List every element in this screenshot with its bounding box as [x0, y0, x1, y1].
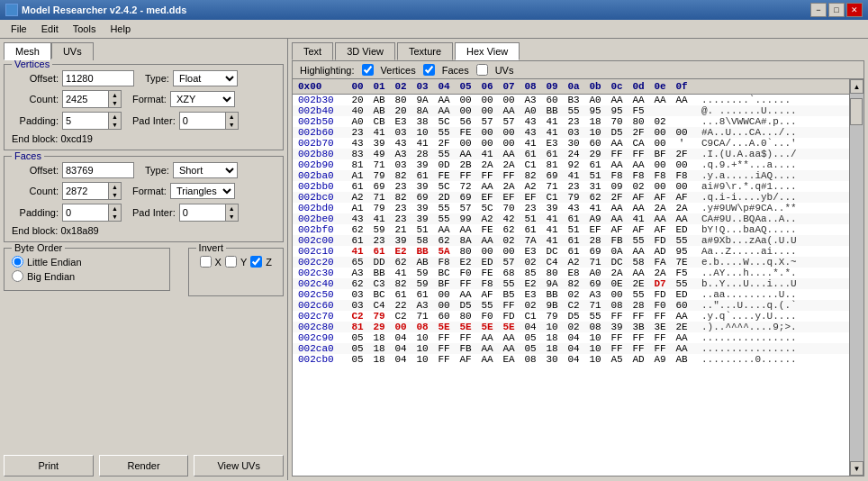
padding-down-f[interactable]: ▼	[108, 213, 121, 221]
hex-ascii: .q.9.+**...a....	[692, 159, 797, 170]
hex-byte: DC	[541, 246, 563, 257]
hex-byte: 62	[433, 235, 455, 246]
hex-byte: A9	[649, 354, 671, 365]
hex-content-area[interactable]: 0x00 000102030405060708090a0b0c0d0e0f 00…	[293, 79, 849, 476]
count-down-f[interactable]: ▼	[108, 191, 121, 199]
invert-z-checkbox[interactable]	[250, 256, 262, 268]
count-down-v[interactable]: ▼	[108, 99, 121, 107]
hex-byte: 03	[347, 300, 368, 311]
hex-byte: 61	[411, 170, 433, 181]
faces-checkbox[interactable]	[423, 64, 435, 76]
count-up-v[interactable]: ▲	[108, 91, 121, 99]
table-row: 002c0061233958628AAA027A416128FB55FD55a#…	[293, 235, 849, 246]
pad-inter-down-v[interactable]: ▼	[225, 121, 238, 129]
hex-byte: 81	[347, 322, 368, 332]
scroll-down-button[interactable]: ▼	[850, 461, 863, 476]
hex-byte: 04	[563, 332, 584, 343]
view-uvs-button[interactable]: View UVs	[194, 455, 284, 476]
hex-address: 002c50	[293, 289, 347, 300]
padding-down-v[interactable]: ▼	[108, 121, 121, 129]
hex-byte: 9A	[411, 95, 433, 105]
invert-y-checkbox[interactable]	[225, 256, 237, 268]
hex-byte: 10	[584, 332, 606, 343]
hex-byte: AF	[606, 224, 628, 235]
hex-ascii: ................	[692, 343, 797, 354]
title-bar: Model Researcher v2.4.2 - med.dds − □ ✕	[0, 0, 868, 20]
big-endian-radio[interactable]	[12, 270, 23, 282]
count-up-f[interactable]: ▲	[108, 183, 121, 191]
render-button[interactable]: Render	[99, 455, 189, 476]
hex-byte: 18	[368, 332, 390, 343]
pad-inter-input-v[interactable]	[180, 113, 225, 129]
pad-inter-up-f[interactable]: ▲	[225, 204, 238, 213]
pad-inter-up-v[interactable]: ▲	[225, 113, 238, 121]
hex-byte: 79	[563, 192, 584, 203]
hex-byte: 43	[563, 203, 584, 213]
offset-input-v[interactable]	[62, 70, 134, 86]
hex-byte: 55	[476, 300, 498, 311]
hex-byte: 79	[368, 203, 390, 213]
table-row: 002bc0A27182692D69EFEFEFC179622FAFAFAF.q…	[293, 192, 849, 203]
print-button[interactable]: Print	[4, 455, 94, 476]
hex-ascii: .."...U....q.(.`	[692, 300, 797, 311]
hex-byte: AA	[606, 95, 628, 105]
tab-texture[interactable]: Texture	[397, 42, 453, 60]
tab-3dview[interactable]: 3D View	[335, 42, 395, 60]
hex-byte: 7E	[671, 257, 692, 268]
scrollbar[interactable]: ▲ ▼	[849, 79, 863, 476]
hex-byte: DC	[606, 257, 628, 268]
hex-byte: 39	[541, 203, 563, 213]
offset-input-f[interactable]	[62, 162, 134, 178]
uvs-checkbox[interactable]	[476, 64, 488, 76]
hex-byte: 02	[520, 257, 541, 268]
type-select-v[interactable]: Float	[173, 70, 238, 86]
hex-byte: EF	[584, 224, 606, 235]
invert-x-checkbox[interactable]	[200, 256, 212, 268]
hex-byte: BC	[433, 268, 455, 278]
pad-inter-input-f[interactable]	[180, 204, 225, 221]
minimize-button[interactable]: −	[810, 3, 827, 17]
tab-hexview[interactable]: Hex View	[455, 42, 520, 60]
hex-byte: 60	[541, 95, 563, 105]
tab-uvs[interactable]: UVs	[51, 42, 94, 60]
format-select-v[interactable]: XZY	[170, 91, 235, 107]
padding-up-v[interactable]: ▲	[108, 113, 121, 121]
vertices-checkbox[interactable]	[362, 64, 374, 76]
hex-byte: A2	[476, 213, 498, 224]
count-input-v[interactable]	[63, 91, 108, 107]
table-row: 002bb0616923395C72AA2AA271233109020000ai…	[293, 181, 849, 192]
hex-byte: A3	[390, 149, 411, 159]
close-button[interactable]: ✕	[846, 3, 863, 17]
hex-byte: 00	[498, 127, 520, 138]
hex-byte: 2F	[433, 138, 455, 149]
scroll-up-button[interactable]: ▲	[850, 79, 863, 94]
little-endian-radio[interactable]	[12, 256, 23, 268]
hex-byte: 10	[584, 343, 606, 354]
hex-byte: BF	[649, 149, 671, 159]
padding-input-v[interactable]	[63, 113, 108, 129]
hex-byte: 61	[563, 213, 584, 224]
hex-byte: 00	[671, 159, 692, 170]
hex-byte: 10	[411, 354, 433, 365]
menu-edit[interactable]: Edit	[34, 22, 66, 36]
tab-mesh[interactable]: Mesh	[4, 42, 51, 60]
pad-inter-down-f[interactable]: ▼	[225, 213, 238, 221]
hex-byte: AF	[476, 289, 498, 300]
count-input-f[interactable]	[63, 183, 108, 199]
hex-byte: AA	[476, 354, 498, 365]
menu-tools[interactable]: Tools	[66, 22, 104, 36]
scroll-thumb[interactable]	[850, 98, 863, 125]
hex-byte: A3	[584, 289, 606, 300]
tab-text[interactable]: Text	[292, 42, 333, 60]
hex-byte: 81	[347, 159, 368, 170]
menu-file[interactable]: File	[4, 22, 34, 36]
hex-byte: 57	[498, 257, 520, 268]
maximize-button[interactable]: □	[828, 3, 845, 17]
hex-byte: AA	[498, 332, 520, 343]
menu-help[interactable]: Help	[103, 22, 138, 36]
format-select-f[interactable]: Triangles	[170, 183, 235, 199]
hex-byte: 00	[649, 138, 671, 149]
padding-up-f[interactable]: ▲	[108, 204, 121, 213]
padding-input-f[interactable]	[63, 204, 108, 221]
type-select-f[interactable]: Short	[173, 162, 238, 178]
